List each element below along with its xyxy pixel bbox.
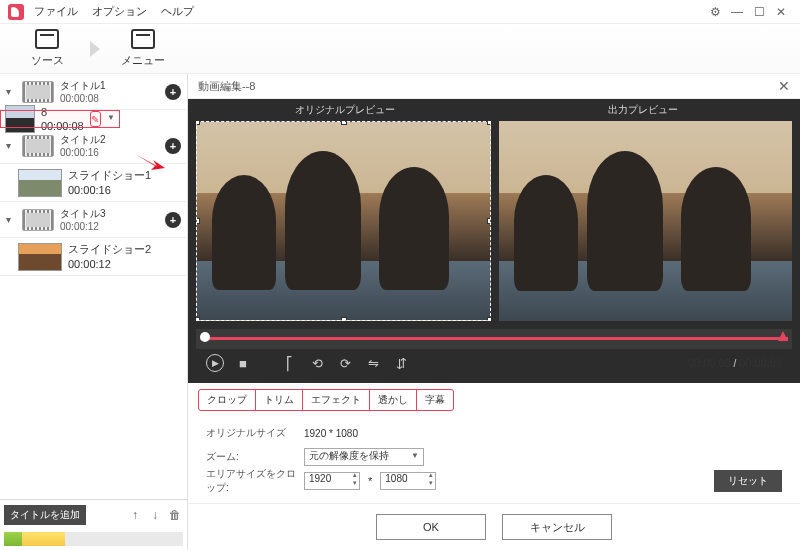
storage-bar: [4, 532, 183, 546]
edit-clip-button[interactable]: ✎: [90, 111, 101, 127]
caret-down-icon[interactable]: ▾: [6, 86, 16, 97]
move-down-icon[interactable]: ↓: [147, 507, 163, 523]
label-original-size: オリジナルサイズ: [206, 426, 296, 440]
value-original-size: 1920 * 1080: [304, 428, 358, 439]
menubar: ファイル オプション ヘルプ ⚙ — ☐ ✕: [0, 0, 800, 24]
tab-menu-label: メニュー: [121, 53, 165, 68]
editor-close-button[interactable]: ✕: [778, 78, 790, 94]
label-output-preview: 出力プレビュー: [494, 99, 792, 121]
clip-thumbnail: [5, 105, 35, 133]
original-preview[interactable]: [196, 121, 491, 321]
add-clip-button[interactable]: +: [165, 84, 181, 100]
title-name: タイトル2: [60, 133, 159, 146]
tab-trim[interactable]: トリム: [255, 389, 303, 411]
clip-row-selected[interactable]: 800:00:08 ✎: [0, 110, 120, 128]
main-tabs: ソース メニュー: [0, 24, 800, 74]
menu-icon: [131, 29, 155, 49]
sidebar-footer: タイトルを追加 ↑ ↓ 🗑: [0, 499, 187, 530]
clip-name: スライドショー2: [68, 242, 181, 256]
editor-tabs: クロップ トリム エフェクト 透かし 字幕: [188, 383, 800, 417]
move-up-icon[interactable]: ↑: [127, 507, 143, 523]
add-title-button[interactable]: タイトルを追加: [4, 505, 86, 525]
clip-row[interactable]: スライドショー200:00:12: [0, 238, 187, 276]
clip-row[interactable]: スライドショー100:00:16: [0, 164, 187, 202]
multiply-symbol: *: [368, 475, 372, 487]
reset-button[interactable]: リセット: [714, 470, 782, 492]
title-duration: 00:00:08: [60, 92, 159, 105]
timeline[interactable]: [196, 329, 792, 349]
label-original-preview: オリジナルプレビュー: [196, 99, 494, 121]
output-preview: [499, 121, 792, 321]
crop-width-input[interactable]: 1920: [304, 472, 360, 490]
label-crop-area: エリアサイズをクロップ:: [206, 467, 296, 495]
tab-crop[interactable]: クロップ: [198, 389, 256, 411]
settings-icon[interactable]: ⚙: [704, 4, 726, 20]
add-clip-button[interactable]: +: [165, 138, 181, 154]
rotate-left-icon[interactable]: ⟲: [308, 354, 326, 372]
title-thumb-icon: [22, 81, 54, 103]
menu-file[interactable]: ファイル: [34, 4, 78, 19]
close-button[interactable]: ✕: [770, 4, 792, 20]
tab-subtitle[interactable]: 字幕: [416, 389, 454, 411]
dialog-buttons: OK キャンセル: [188, 503, 800, 550]
preview-zone: オリジナルプレビュー 出力プレビュー: [188, 99, 800, 383]
crop-height-input[interactable]: 1080: [380, 472, 436, 490]
time-display: 00:00:00 / 00:00:08: [688, 357, 782, 369]
cancel-button[interactable]: キャンセル: [502, 514, 612, 540]
end-marker-icon[interactable]: [778, 331, 788, 341]
caret-down-icon[interactable]: ▾: [6, 214, 16, 225]
clip-duration: 00:00:16: [68, 183, 181, 197]
title-name: タイトル1: [60, 79, 159, 92]
maximize-button[interactable]: ☐: [748, 4, 770, 20]
clip-duration: 00:00:08: [41, 119, 84, 133]
playhead[interactable]: [200, 332, 210, 342]
add-clip-button[interactable]: +: [165, 212, 181, 228]
clip-name: 8: [41, 105, 84, 119]
stop-button[interactable]: ■: [234, 354, 252, 372]
crop-form: オリジナルサイズ 1920 * 1080 ズーム: 元の解像度を保持 エリアサイ…: [188, 417, 800, 497]
playback-controls: ▶ ■ ⎡ ⟲ ⟳ ⇋ ⇵ 00:00:00 / 00:00:08: [196, 349, 792, 377]
tab-source-label: ソース: [31, 53, 64, 68]
zoom-select[interactable]: 元の解像度を保持: [304, 448, 424, 466]
rotate-right-icon[interactable]: ⟳: [336, 354, 354, 372]
minimize-button[interactable]: —: [726, 4, 748, 20]
delete-icon[interactable]: 🗑: [167, 507, 183, 523]
title-duration: 00:00:16: [60, 146, 159, 159]
title-duration: 00:00:12: [60, 220, 159, 233]
tab-source[interactable]: ソース: [12, 29, 82, 68]
clip-thumbnail: [18, 169, 62, 197]
label-zoom: ズーム:: [206, 450, 296, 464]
ok-button[interactable]: OK: [376, 514, 486, 540]
tab-watermark[interactable]: 透かし: [369, 389, 417, 411]
title-row[interactable]: ▾ タイトル300:00:12 +: [0, 202, 187, 238]
menu-help[interactable]: ヘルプ: [161, 4, 194, 19]
play-button[interactable]: ▶: [206, 354, 224, 372]
clip-name: スライドショー1: [68, 168, 181, 182]
title-name: タイトル3: [60, 207, 159, 220]
clip-thumbnail: [18, 243, 62, 271]
title-thumb-icon: [22, 209, 54, 231]
title-thumb-icon: [22, 135, 54, 157]
clip-duration: 00:00:12: [68, 257, 181, 271]
source-icon: [35, 29, 59, 49]
editor-header: 動画編集--8 ✕: [188, 74, 800, 99]
flip-vertical-icon[interactable]: ⇵: [392, 354, 410, 372]
app-logo-icon: [8, 4, 24, 20]
editor-title: 動画編集--8: [198, 79, 778, 94]
sidebar: ▾ タイトル100:00:08 + 800:00:08 ✎ ▾ タイトル200:…: [0, 74, 188, 550]
tab-effect[interactable]: エフェクト: [302, 389, 370, 411]
menu-option[interactable]: オプション: [92, 4, 147, 19]
caret-down-icon[interactable]: ▾: [6, 140, 16, 151]
flip-horizontal-icon[interactable]: ⇋: [364, 354, 382, 372]
title-row[interactable]: ▾ タイトル200:00:16 +: [0, 128, 187, 164]
mark-in-icon[interactable]: ⎡: [280, 354, 298, 372]
tab-menu[interactable]: メニュー: [108, 29, 178, 68]
chevron-right-icon: [90, 41, 100, 57]
editor-panel: 動画編集--8 ✕ オリジナルプレビュー 出力プレビュー: [188, 74, 800, 550]
